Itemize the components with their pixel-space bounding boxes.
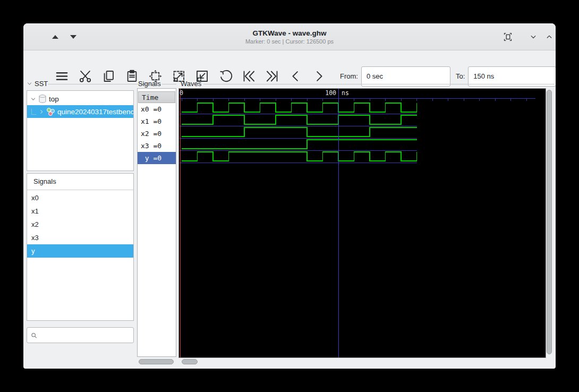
shade-up-button[interactable]: [48, 23, 63, 50]
signal-search-box[interactable]: [27, 327, 134, 343]
tree-item-label: top: [49, 95, 59, 103]
signals-list-panel: Signals x0x1x2x3y: [27, 173, 134, 321]
signal-item-x0[interactable]: x0: [27, 191, 133, 204]
signal-names-frame-label: Signals: [138, 80, 161, 88]
signal-item-x3[interactable]: x3: [27, 231, 133, 244]
signal-row-y[interactable]: y =0: [138, 152, 176, 164]
waveform-plot[interactable]: 0100ns: [179, 89, 546, 357]
svg-text:100: 100: [325, 89, 336, 97]
sst-frame-label[interactable]: SST: [27, 80, 48, 88]
signal-names-panel: Time x0 =0x1 =0x2 =0x3 =0 y =0: [137, 88, 176, 357]
sst-expander-icon: [27, 81, 32, 87]
tree-connector: [31, 109, 36, 115]
roll-down-button[interactable]: [526, 23, 541, 50]
keep-above-button[interactable]: [500, 23, 515, 50]
undo-icon: [218, 69, 233, 83]
waves-hscrollbar-thumb[interactable]: [182, 359, 198, 364]
module-icon: [47, 107, 55, 116]
from-input[interactable]: [361, 66, 450, 87]
svg-text:ns: ns: [342, 89, 349, 97]
signal-row-x0[interactable]: x0 =0: [138, 103, 176, 115]
database-icon: [39, 95, 46, 103]
search-input[interactable]: [38, 328, 133, 342]
signal-item-x2[interactable]: x2: [27, 218, 133, 231]
wave-canvas[interactable]: 0100ns: [178, 88, 546, 358]
triangle-down-icon: [70, 35, 76, 39]
tree-item-top[interactable]: top: [27, 92, 133, 105]
window-title: GTKWave - wave.ghw: [252, 29, 326, 38]
signal-item-y[interactable]: y: [27, 244, 133, 258]
signal-item-x1[interactable]: x1: [27, 204, 133, 218]
to-label: To:: [456, 72, 465, 80]
sst-tree-panel[interactable]: topquine20240317testbench: [27, 90, 134, 171]
marker-cursor-status: Marker: 0 sec | Cursor: 126500 ps: [245, 38, 334, 45]
copy-icon: [101, 69, 116, 83]
skip-to-end-icon: [265, 69, 279, 83]
signal-row-x1[interactable]: x1 =0: [138, 115, 176, 127]
step-right-icon: [312, 69, 326, 83]
triangle-up-icon: [52, 35, 58, 39]
expander-right-icon[interactable]: [39, 109, 44, 115]
chevron-down-icon: [528, 31, 539, 42]
from-label: From:: [340, 72, 358, 80]
signal-row-x3[interactable]: x3 =0: [138, 140, 176, 152]
signal-names-hscrollbar-thumb[interactable]: [139, 359, 174, 364]
signal-row-x2[interactable]: x2 =0: [138, 127, 176, 140]
gtkwave-window: GTKWave - wave.ghw Marker: 0 sec | Curso…: [23, 23, 556, 369]
titlebar[interactable]: GTKWave - wave.ghw Marker: 0 sec | Curso…: [23, 23, 556, 50]
expander-down-icon[interactable]: [30, 96, 36, 102]
waves-vscrollbar[interactable]: [546, 89, 552, 356]
shade-down-button[interactable]: [66, 23, 81, 50]
tree-item-quine20240317testbench[interactable]: quine20240317testbench: [27, 105, 133, 118]
waves-vscrollbar-thumb[interactable]: [547, 90, 552, 354]
to-input[interactable]: [468, 66, 556, 87]
tree-item-label: quine20240317testbench: [57, 108, 133, 116]
roll-up-button[interactable]: [542, 23, 556, 50]
waves-hscrollbar[interactable]: [178, 359, 545, 365]
cut-icon: [78, 69, 92, 83]
signal-names-groove-line: [162, 84, 176, 84]
time-header[interactable]: Time: [138, 91, 175, 103]
svg-text:0: 0: [180, 89, 183, 97]
chevron-up-icon: [544, 31, 555, 42]
search-icon: [30, 331, 38, 340]
menu-icon: [55, 69, 69, 83]
signals-list-header[interactable]: Signals: [27, 174, 133, 190]
paste-icon: [125, 69, 139, 83]
waves-frame-label: Waves: [181, 80, 201, 88]
waves-groove-line: [203, 84, 555, 84]
skip-to-start-icon: [242, 69, 256, 83]
step-left-icon: [288, 69, 303, 83]
signal-names-hscrollbar[interactable]: [138, 359, 175, 365]
screen: GTKWave - wave.ghw Marker: 0 sec | Curso…: [0, 0, 579, 392]
keep-above-icon: [502, 31, 514, 42]
